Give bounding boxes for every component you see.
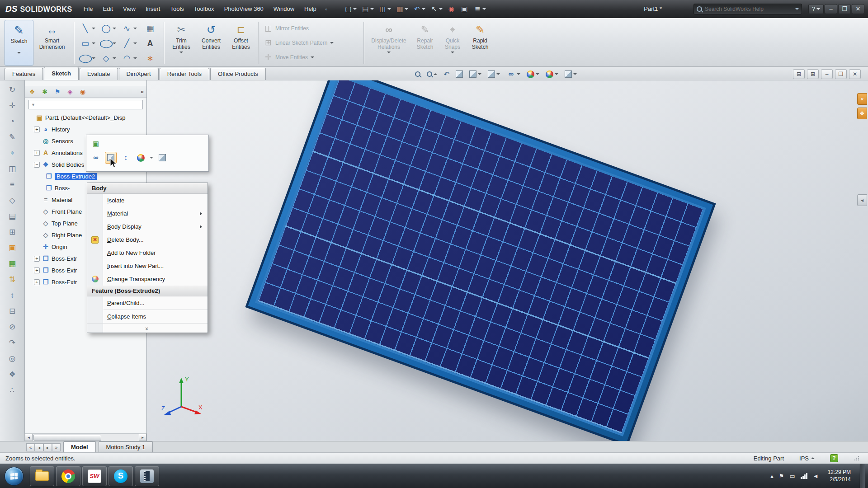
menu-tools[interactable]: Tools <box>165 0 189 18</box>
status-help-button[interactable]: ? <box>830 454 838 462</box>
panel-expand-chevron[interactable]: » <box>141 88 144 95</box>
solar-panel-model[interactable] <box>245 80 716 441</box>
network-icon[interactable] <box>801 473 807 479</box>
tab-dimxpert[interactable]: DimXpert <box>119 68 159 80</box>
close-button[interactable]: ✕ <box>852 4 864 14</box>
menu-item-insert-into-new-part[interactable]: Insert into New Part... <box>87 259 208 272</box>
view-orientation-button[interactable] <box>468 70 482 79</box>
taskbar-solidworks-button[interactable]: SW <box>82 466 107 486</box>
menu-item-change-transparency[interactable]: Change Transparency <box>87 272 208 286</box>
ellipse-tool-button[interactable]: ◯ <box>98 38 119 48</box>
taskbar-chrome-button[interactable] <box>56 466 80 486</box>
pane-split-icon[interactable]: ⊟ <box>793 69 805 79</box>
configurationmanager-tab-icon[interactable]: ⚑ <box>53 87 62 96</box>
scroll-right-button[interactable]: ▸ <box>139 434 146 441</box>
left-tool-scene-icon[interactable]: ▦ <box>7 258 18 269</box>
spline-tool-button[interactable]: ∿ <box>119 23 140 33</box>
unit-system-selector[interactable]: IPS <box>799 455 815 462</box>
repair-sketch-button[interactable]: ✎ Repair Sketch <box>410 20 439 66</box>
expand-toggle[interactable]: + <box>34 150 40 156</box>
tab-model[interactable]: Model <box>63 441 96 452</box>
file-properties-button[interactable]: ▣ <box>459 4 470 14</box>
appearance-button[interactable] <box>135 152 146 164</box>
minimize-button[interactable]: – <box>825 4 837 14</box>
left-tool-updown-icon[interactable]: ↕ <box>7 290 18 300</box>
move-entities-button[interactable]: ✛Move Entities <box>262 51 360 64</box>
print-button[interactable]: ▥ <box>394 4 410 14</box>
menu-file[interactable]: File <box>79 0 98 18</box>
menu-photoview[interactable]: PhotoView 360 <box>219 0 269 18</box>
appearance-caret[interactable] <box>150 157 153 159</box>
task-pane-resources-tab[interactable]: « <box>857 93 867 105</box>
tree-item-history[interactable]: + ◕ History <box>25 123 146 135</box>
tree-filter-input[interactable] <box>38 102 140 108</box>
menu-edit[interactable]: Edit <box>98 0 118 18</box>
menu-item-material[interactable]: Material <box>87 207 208 220</box>
tree-item-part1-root[interactable]: ▣ Part1 (Default<<Default>_Disp <box>25 112 146 123</box>
help-search[interactable] <box>693 4 802 14</box>
menu-insert[interactable]: Insert <box>141 0 165 18</box>
smart-dimension-button[interactable]: ↔ Smart Dimension <box>33 20 71 66</box>
doc-minimize-button[interactable]: – <box>821 69 833 79</box>
line-tool-button[interactable]: ╲ <box>77 23 98 33</box>
left-tool-sort-icon[interactable]: ⇅ <box>7 274 18 285</box>
slot-tool-button[interactable]: ◯ <box>77 53 98 63</box>
menu-expand-chevron[interactable]: » <box>87 323 208 333</box>
expand-toggle[interactable]: − <box>34 162 40 168</box>
rectangle-tool-button[interactable]: ▭ <box>77 38 98 48</box>
expand-toggle[interactable]: + <box>34 279 40 285</box>
left-tool-appearance-icon[interactable]: ▣ <box>7 242 18 253</box>
apply-scene-button[interactable] <box>545 70 559 79</box>
taskbar-moviemaker-button[interactable] <box>135 466 159 486</box>
pin-menu-icon[interactable]: ◦ <box>325 5 327 13</box>
rapid-sketch-button[interactable]: ✎ Rapid Sketch <box>466 20 495 66</box>
view-settings-button[interactable] <box>564 70 578 79</box>
left-tool-table-icon[interactable]: ▤ <box>7 211 18 221</box>
restore-button[interactable]: ❐ <box>838 4 851 14</box>
menu-view[interactable]: View <box>118 0 141 18</box>
display-style-button[interactable] <box>487 70 501 79</box>
tab-motion-study-1[interactable]: Motion Study 1 <box>99 441 153 452</box>
tab-features[interactable]: Features <box>5 68 43 80</box>
new-document-button[interactable]: ▢ <box>343 4 358 14</box>
menu-window[interactable]: Window <box>269 0 299 18</box>
options-button[interactable]: ≣ <box>472 4 487 14</box>
edit-appearance-button[interactable] <box>526 70 540 79</box>
hide-body-button[interactable]: ∞ <box>90 152 102 164</box>
scrollbar-thumb[interactable] <box>33 435 101 441</box>
menu-item-delete-body[interactable]: ✕Delete Body... <box>87 233 208 246</box>
previous-view-button[interactable]: ↶ <box>443 69 450 80</box>
select-other-button[interactable]: ▣ <box>90 137 102 149</box>
menu-item-collapse-items[interactable]: Collapse Items <box>87 310 208 323</box>
show-hidden-icons-button[interactable]: ▴ <box>770 473 774 479</box>
task-pane-collapse-tab[interactable]: ◂ <box>857 194 867 206</box>
tree-horizontal-scrollbar[interactable]: ◂ ▸ <box>25 433 146 441</box>
left-tool-list-icon[interactable]: ≡ <box>7 179 18 190</box>
tree-filter[interactable]: ▼ <box>28 100 143 109</box>
tab-scroll-last-button[interactable]: » <box>52 443 61 451</box>
tab-office-products[interactable]: Office Products <box>210 68 266 80</box>
tab-scroll-right-button[interactable]: ▸ <box>43 443 52 451</box>
action-center-flag-icon[interactable]: ⚑ <box>779 473 784 479</box>
display-tray-icon[interactable]: ▭ <box>789 473 795 479</box>
volume-icon[interactable]: ◄ <box>813 473 819 479</box>
left-tool-snap-icon[interactable]: ⌖ <box>7 147 18 158</box>
menu-toolbox[interactable]: Toolbox <box>189 0 219 18</box>
taskbar-explorer-button[interactable] <box>30 466 54 486</box>
open-button[interactable]: ▤ <box>360 4 375 14</box>
section-view-button[interactable] <box>455 70 464 79</box>
expand-toggle[interactable]: + <box>34 256 40 262</box>
dimxpertmanager-tab-icon[interactable]: ◈ <box>66 87 75 96</box>
help-button[interactable]: ? <box>808 4 824 14</box>
left-tool-rotate-icon[interactable]: ↻ <box>7 84 18 95</box>
task-pane-appearances-tab[interactable]: ❖ <box>857 108 867 119</box>
polygon-tool-button[interactable]: ◇ <box>98 53 119 63</box>
offset-entities-button[interactable]: ⊏ Offset Entities <box>227 20 255 66</box>
select-button[interactable]: ↖ <box>429 4 444 14</box>
tab-evaluate[interactable]: Evaluate <box>80 68 118 80</box>
left-tool-nosnap-icon[interactable]: ⊘ <box>7 321 18 332</box>
sketch-picture-button[interactable]: ▦ <box>140 23 160 33</box>
mirror-entities-button[interactable]: ◫Mirror Entities <box>262 22 360 35</box>
search-input[interactable] <box>705 6 793 12</box>
left-tool-pattern-icon[interactable]: ⊞ <box>7 226 18 237</box>
